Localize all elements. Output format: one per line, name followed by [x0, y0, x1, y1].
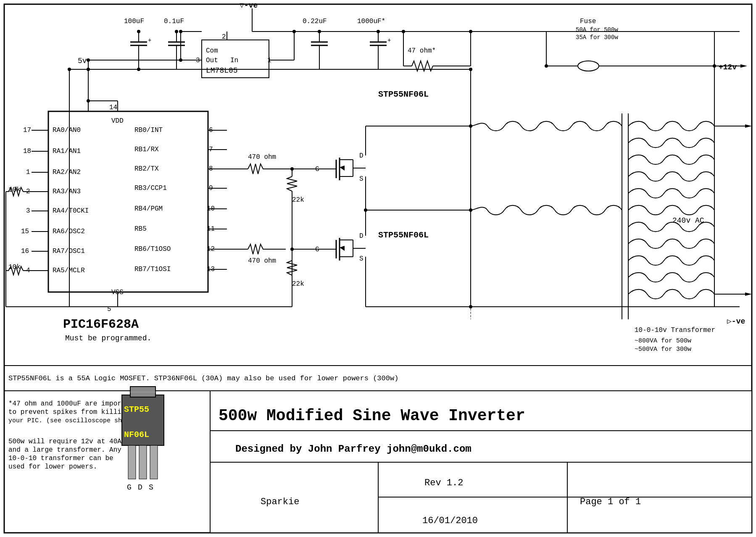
- svg-point-33: [179, 30, 182, 33]
- neg-rail-label: ▽-ve: [240, 1, 258, 10]
- mosfet-desc: STP55NF06L is a 55A Logic MOSFET. STP36N…: [8, 374, 398, 382]
- schematic-page: ▽-ve +12v 5v Com Out In LM78L05 3 1 2 10…: [0, 0, 756, 537]
- svg-point-23: [137, 30, 140, 33]
- mosfet2-d: D: [359, 232, 364, 240]
- r7-label: 22k: [292, 280, 304, 288]
- svg-point-76: [68, 68, 71, 71]
- vac-label: 240v AC: [672, 216, 704, 225]
- vreg-com-label: Com: [206, 47, 218, 55]
- svg-point-58: [578, 61, 599, 71]
- r1-label: 47 ohm*: [408, 47, 436, 55]
- svg-rect-158: [139, 445, 147, 479]
- r6-label: 470 ohm: [248, 257, 276, 265]
- svg-point-29: [175, 30, 178, 33]
- note1-line1: *47 ohm and 1000uF are important: [8, 400, 137, 408]
- neg-bottom-label: ▷-ve: [727, 317, 745, 326]
- mosfet1-s: S: [359, 175, 364, 183]
- mosfet1-d: D: [359, 152, 364, 160]
- transformer-note2: ~500VA for 300w: [635, 346, 691, 353]
- c4-plus: +: [387, 37, 391, 44]
- pin1-num: 1: [26, 168, 30, 176]
- mosfet2-g: G: [315, 246, 319, 253]
- pin17-label: RA0/AN0: [53, 126, 81, 134]
- transformer-label: 10-0-10v Transformer: [635, 326, 715, 334]
- pin16-num: 16: [21, 247, 29, 255]
- fuse-note1: 50A for 500w: [576, 26, 618, 33]
- note2-line2: and a large transformer. Any: [8, 446, 121, 454]
- pin15-num: 15: [21, 228, 29, 235]
- svg-point-40: [318, 30, 321, 33]
- mosfet-d-label: D: [138, 483, 142, 492]
- pin8-label: RB2/TX: [134, 165, 159, 173]
- svg-point-65: [545, 64, 548, 68]
- mosfet1-label: STP55NF06L: [378, 90, 429, 99]
- pin11-label: RB5: [134, 225, 147, 233]
- note1-line2: to prevent spikes from killing: [8, 408, 129, 416]
- mosfet-pkg-label1: STP55: [124, 405, 149, 414]
- vreg-in-label: In: [230, 57, 238, 64]
- note2-line3: 10-0-10 transformer can be: [8, 455, 113, 462]
- ic-name: PIC16F628A: [63, 317, 139, 332]
- v12-label: +12v: [719, 63, 737, 71]
- mosfet-g-label: G: [127, 483, 132, 492]
- pin13-label: RB7/T1OSI: [134, 266, 171, 273]
- c1-label: 100uF: [124, 18, 144, 25]
- c3-label: 0.22uF: [303, 18, 327, 25]
- c1-plus: +: [148, 37, 151, 44]
- pin15-label: RA6/OSC2: [53, 228, 85, 235]
- r5-label: 22k: [292, 196, 304, 204]
- pin3-num: 3: [26, 207, 30, 215]
- c2-label: 0.1uF: [164, 18, 184, 25]
- pin4-label: RA5/MCLR: [53, 267, 85, 274]
- mosfet-s-label: S: [149, 483, 153, 492]
- designer: Designed by John Parfrey john@m0ukd.com: [235, 443, 472, 455]
- drawn-by: Sparkie: [261, 497, 299, 507]
- note1-line3: your PIC. (see oscilloscope shots): [8, 417, 137, 424]
- pin17-num: 17: [23, 126, 31, 134]
- pin2-label: RA3/AN3: [53, 188, 81, 195]
- 5v-label: 5v: [78, 57, 87, 65]
- pin9-label: RB3/CCP1: [134, 184, 167, 192]
- svg-point-54: [402, 30, 405, 33]
- svg-point-13: [292, 30, 296, 33]
- title: 500w Modified Sine Wave Inverter: [219, 407, 525, 425]
- ic-note: Must be programmed.: [65, 334, 151, 342]
- vreg-out-label: Out: [206, 57, 218, 64]
- mosfet-pkg-label2: NF06L: [124, 430, 149, 440]
- pin10-label: RB4/PGM: [134, 205, 163, 213]
- svg-rect-159: [150, 445, 158, 479]
- mosfet2-s: S: [359, 255, 364, 263]
- svg-point-34: [179, 58, 182, 62]
- note2-line4: used for lower powers.: [8, 463, 97, 471]
- pin18-num: 18: [23, 147, 31, 155]
- c4-label: 1000uF*: [357, 18, 385, 25]
- svg-rect-66: [48, 111, 208, 292]
- svg-rect-157: [128, 445, 136, 479]
- pin3-label: RA4/T0CKI: [53, 207, 89, 215]
- pin6-label: RB0/INT: [134, 126, 163, 134]
- svg-point-70: [87, 99, 90, 103]
- mosfet2-label: STP55NF06L: [378, 230, 429, 240]
- date: 16/01/2010: [422, 516, 478, 526]
- svg-point-136: [364, 208, 367, 212]
- pin18-label: RA1/AN1: [53, 147, 81, 155]
- svg-point-15: [87, 58, 90, 62]
- note2-line1: 500w will require 12v at 40A: [8, 438, 121, 445]
- vreg-name: LM78L05: [206, 66, 238, 75]
- vdd-label: VDD: [111, 117, 124, 125]
- pin7-label: RB1/RX: [134, 146, 159, 153]
- pin1-label: RA2/AN2: [53, 168, 81, 176]
- revision: Rev 1.2: [424, 478, 463, 488]
- vdd-pin14: 14: [109, 104, 117, 111]
- pin12-label: RB6/T1OSO: [134, 245, 171, 253]
- fuse-label: Fuse: [580, 18, 596, 25]
- transformer-note1: ~800VA for 500w: [635, 337, 691, 345]
- fuse-note2: 35A for 300w: [576, 34, 618, 41]
- pin16-label: RA7/OSC1: [53, 247, 85, 255]
- vreg-pin2: 2: [222, 33, 226, 41]
- page: Page 1 of 1: [580, 497, 641, 507]
- r4-label: 470 ohm: [248, 153, 276, 161]
